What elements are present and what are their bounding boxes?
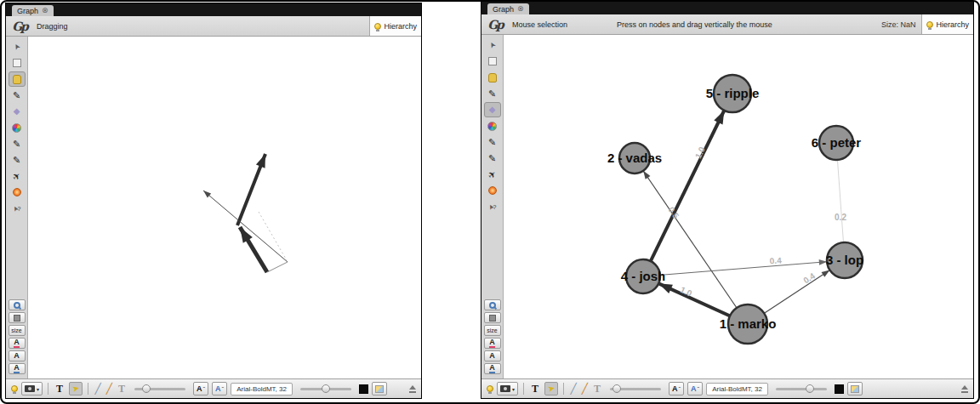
slider-knob[interactable] xyxy=(612,384,621,393)
painter-tool-icon[interactable]: ✎ xyxy=(484,86,501,101)
edge-font-button[interactable]: A- xyxy=(212,382,227,395)
edge-scale-slider[interactable] xyxy=(610,388,661,390)
tool-palette: ➤✎◆✎✎✈➤? size A A A xyxy=(6,37,28,378)
status-bar: Gp Dragging Hierarchy xyxy=(6,16,421,37)
brush-tool-icon[interactable] xyxy=(484,118,501,134)
reset-label-sizes-button[interactable]: A xyxy=(9,350,26,361)
reset-sizes-button[interactable]: size xyxy=(9,325,26,336)
edit-tool-icon[interactable]: ➤? xyxy=(484,199,501,214)
direct-selection-tool-icon[interactable]: ➤ xyxy=(9,39,26,54)
reset-label-visible-button[interactable]: A xyxy=(9,363,26,374)
close-tab-icon[interactable]: ⊗ xyxy=(517,5,524,13)
close-tab-icon[interactable]: ⊗ xyxy=(42,7,48,14)
collapse-toolbar-icon[interactable] xyxy=(409,385,416,393)
graph-tab[interactable]: Graph ⊗ xyxy=(12,5,54,16)
node-label: 3 - lop xyxy=(826,253,863,267)
magnifier-icon xyxy=(14,302,20,309)
font-selector[interactable]: Arial-BoldMT, 32 xyxy=(706,383,768,395)
sizer-tool-icon[interactable]: ◆ xyxy=(484,102,501,117)
reset-label-visible-button[interactable]: A xyxy=(484,363,501,374)
edge-rainbow-color-icon[interactable]: ╱ xyxy=(105,384,113,394)
sizer-tool-icon[interactable]: ◆ xyxy=(9,104,26,119)
graph-canvas[interactable]: 1.00.51.00.40.40.25 - ripple2 - vadas6 -… xyxy=(504,35,973,378)
show-edges-button[interactable]: ➤ xyxy=(544,382,558,395)
brush-tool-icon[interactable] xyxy=(9,120,26,135)
drag-tool-icon[interactable] xyxy=(484,70,501,85)
reset-label-colors-button[interactable]: A xyxy=(9,338,26,349)
show-edge-labels-icon[interactable]: T xyxy=(592,384,602,394)
label-attributes-button[interactable] xyxy=(372,382,387,395)
hierarchy-toggle[interactable]: Hierarchy xyxy=(921,14,973,34)
shortest-path-tool-icon[interactable]: ✈ xyxy=(484,167,501,182)
caret-down-icon: ▾ xyxy=(512,386,515,392)
reset-sizes-button[interactable]: size xyxy=(484,325,501,336)
direct-selection-tool-icon[interactable]: ➤ xyxy=(484,37,501,53)
reset-label-colors-button[interactable]: A xyxy=(484,338,501,349)
edge-pencil-tool-icon[interactable]: ✎ xyxy=(484,151,501,166)
gephi-logo-icon: Gp xyxy=(6,20,33,33)
reset-colors-button[interactable] xyxy=(484,312,501,323)
slider-knob[interactable] xyxy=(142,384,151,393)
hierarchy-toggle[interactable]: Hierarchy xyxy=(369,16,421,36)
center-graph-button[interactable] xyxy=(484,299,501,310)
graph-window-left: Graph ⊗ Gp Dragging Hierarchy ➤✎◆✎✎✈➤? xyxy=(5,3,422,399)
node-label: 2 - vadas xyxy=(607,151,662,165)
label-color-swatch[interactable] xyxy=(835,384,844,394)
font-selector[interactable]: Arial-BoldMT, 32 xyxy=(231,383,293,395)
show-node-labels-button[interactable]: T xyxy=(54,382,66,395)
node-label: 6 - peter xyxy=(812,135,862,150)
edge-scale-slider[interactable] xyxy=(134,388,185,390)
heat-map-tool-icon[interactable] xyxy=(484,183,501,198)
background-color-icon[interactable] xyxy=(487,385,493,392)
label-color-swatch[interactable] xyxy=(359,384,368,394)
show-edges-button[interactable]: ➤ xyxy=(69,382,83,395)
background-color-icon[interactable] xyxy=(11,385,18,392)
label-size-slider[interactable] xyxy=(776,388,827,390)
edit-tool-icon[interactable]: ➤? xyxy=(9,201,26,216)
magnifier-icon xyxy=(489,302,496,309)
tab-bar: Graph ⊗ xyxy=(481,2,973,14)
gephi-screenshot: Graph ⊗ Gp Dragging Hierarchy ➤✎◆✎✎✈➤? xyxy=(0,0,980,404)
edge-font-button[interactable]: A- xyxy=(687,382,703,395)
node-font-button[interactable]: A- xyxy=(669,382,684,395)
edge-source-color-icon[interactable]: ╱ xyxy=(94,384,101,394)
show-node-labels-button[interactable]: T xyxy=(529,382,541,395)
rectangle-selection-tool-icon[interactable] xyxy=(484,54,501,69)
hierarchy-label: Hierarchy xyxy=(936,20,969,29)
screenshot-button[interactable]: ▾ xyxy=(21,382,43,395)
edge-source-color-icon[interactable]: ╱ xyxy=(569,384,577,394)
shortest-path-tool-icon[interactable]: ✈ xyxy=(9,168,26,184)
node-label: 1 - marko xyxy=(720,316,777,331)
graph-canvas[interactable] xyxy=(28,37,421,378)
visualization-toolbar: ▾ T ➤ ╱ ╱ T A- A- Arial-BoldMT, 32 xyxy=(6,378,421,398)
edge-rainbow-color-icon[interactable]: ╱ xyxy=(581,384,589,394)
rectangle-selection-tool-icon[interactable] xyxy=(9,55,26,71)
graph-tab[interactable]: Graph ⊗ xyxy=(487,3,529,14)
reset-label-sizes-button[interactable]: A xyxy=(484,350,501,361)
separator xyxy=(88,383,88,395)
slider-knob[interactable] xyxy=(322,384,330,393)
node-pencil-tool-icon[interactable]: ✎ xyxy=(9,136,26,151)
edge-arrow-icon: ➤ xyxy=(547,384,556,394)
tab-label: Graph xyxy=(17,7,38,15)
center-graph-button[interactable] xyxy=(9,299,26,310)
palette-icon xyxy=(851,385,859,393)
screenshot-button[interactable]: ▾ xyxy=(497,382,518,395)
label-size-slider[interactable] xyxy=(300,388,351,390)
separator xyxy=(563,383,564,395)
reset-colors-button[interactable] xyxy=(9,312,26,323)
heat-map-tool-icon[interactable] xyxy=(9,185,26,200)
collapse-toolbar-icon[interactable] xyxy=(961,385,968,393)
painter-tool-icon[interactable]: ✎ xyxy=(9,88,26,103)
lightbulb-icon xyxy=(926,21,933,28)
node-pencil-tool-icon[interactable]: ✎ xyxy=(484,134,501,150)
drag-tool-icon[interactable] xyxy=(9,71,26,87)
node-font-button[interactable]: A- xyxy=(193,382,208,395)
edge-pencil-tool-icon[interactable]: ✎ xyxy=(9,152,26,168)
node-label: 5 - ripple xyxy=(706,86,760,100)
edge-weight-label: 0.4 xyxy=(769,255,782,265)
palette-icon xyxy=(375,385,384,393)
show-edge-labels-icon[interactable]: T xyxy=(117,384,127,394)
label-attributes-button[interactable] xyxy=(847,382,863,395)
slider-knob[interactable] xyxy=(806,384,814,393)
